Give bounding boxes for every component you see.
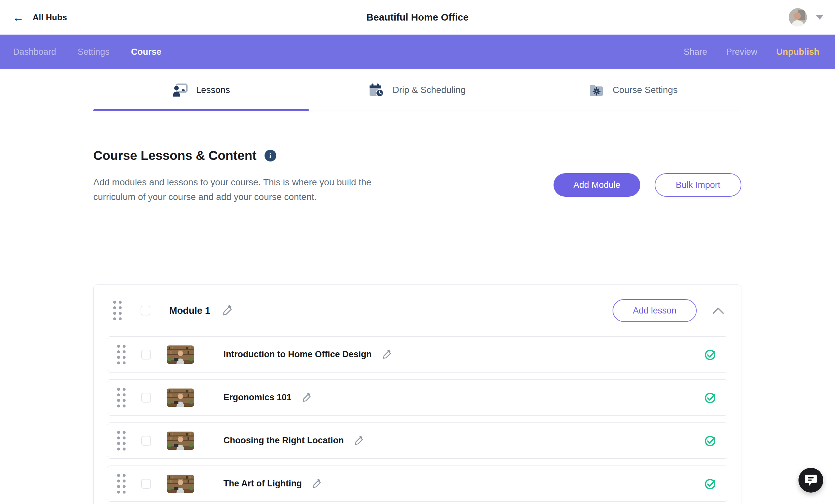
edit-lesson-icon[interactable]: [354, 436, 364, 446]
lesson-title: Ergonomics 101: [223, 392, 291, 403]
module-title: Module 1: [169, 305, 210, 316]
lesson-row[interactable]: The Art of Lighting: [107, 465, 728, 502]
lesson-title: Introduction to Home Office Design: [223, 349, 372, 360]
calendar-clock-icon: [369, 83, 384, 97]
lessons-section-header: Course Lessons & Content i Add modules a…: [93, 148, 741, 204]
lesson-row[interactable]: Introduction to Home Office Design: [107, 336, 728, 372]
collapse-module-icon[interactable]: [712, 307, 724, 315]
published-check-icon: [705, 392, 716, 404]
lesson-checkbox[interactable]: [141, 350, 151, 360]
unpublish-button[interactable]: Unpublish: [776, 47, 819, 57]
folder-gear-icon: [589, 83, 604, 97]
back-to-all-hubs[interactable]: ← All Hubs: [13, 0, 67, 35]
lesson-checkbox[interactable]: [141, 479, 151, 489]
module-header: Module 1 Add lesson: [94, 285, 741, 336]
avatar[interactable]: [789, 8, 807, 26]
edit-lesson-icon[interactable]: [312, 479, 322, 489]
published-check-icon: [705, 349, 716, 361]
preview-button[interactable]: Preview: [726, 47, 757, 57]
published-check-icon: [705, 435, 716, 447]
lesson-row[interactable]: Choosing the Right Location: [107, 422, 728, 459]
back-arrow-icon: ←: [13, 12, 24, 23]
nav-item-settings[interactable]: Settings: [78, 47, 109, 57]
lesson-title: Choosing the Right Location: [223, 436, 344, 446]
section-divider: [0, 260, 835, 260]
lesson-checkbox[interactable]: [141, 393, 151, 403]
chevron-down-icon[interactable]: [816, 15, 823, 20]
edit-lesson-icon[interactable]: [382, 350, 392, 360]
section-description: Add modules and lessons to your course. …: [93, 175, 406, 204]
lesson-title: The Art of Lighting: [223, 479, 302, 489]
info-icon[interactable]: i: [265, 150, 276, 161]
module-card: Module 1 Add lesson: [93, 284, 741, 504]
module-checkbox[interactable]: [141, 306, 150, 316]
drag-handle-icon[interactable]: [113, 301, 122, 320]
lesson-list: Introduction to Home Office Design: [107, 336, 728, 504]
tab-course-settings[interactable]: Course Settings: [526, 69, 741, 110]
chat-widget-button[interactable]: [798, 468, 823, 492]
section-heading: Course Lessons & Content: [93, 148, 257, 163]
add-module-button[interactable]: Add Module: [553, 173, 640, 197]
drag-handle-icon[interactable]: [117, 474, 126, 493]
chat-bubble-icon: [805, 474, 817, 486]
lesson-row[interactable]: Ergonomics 101: [107, 379, 728, 416]
add-lesson-button[interactable]: Add lesson: [613, 299, 697, 322]
course-navbar: Dashboard Settings Course Share Preview …: [0, 35, 835, 69]
published-check-icon: [705, 478, 716, 490]
tab-drip-scheduling[interactable]: Drip & Scheduling: [309, 69, 525, 110]
course-tabs: Lessons Drip & Scheduling Course Setting…: [93, 69, 741, 111]
lesson-thumbnail: [167, 388, 194, 407]
nav-item-dashboard[interactable]: Dashboard: [13, 47, 56, 57]
drag-handle-icon[interactable]: [117, 388, 126, 407]
lesson-thumbnail: [167, 431, 194, 450]
nav-item-course[interactable]: Course: [131, 47, 161, 57]
tab-label: Drip & Scheduling: [392, 85, 465, 95]
tab-label: Course Settings: [613, 85, 677, 95]
teacher-icon: [172, 83, 187, 97]
lesson-thumbnail: [167, 475, 194, 493]
account-menu: [789, 0, 823, 35]
drag-handle-icon[interactable]: [117, 345, 126, 364]
tab-lessons[interactable]: Lessons: [93, 69, 309, 110]
edit-lesson-icon[interactable]: [302, 393, 312, 403]
navbar-left: Dashboard Settings Course: [13, 47, 161, 57]
bulk-import-button[interactable]: Bulk Import: [655, 173, 741, 197]
edit-module-icon[interactable]: [222, 305, 233, 316]
lesson-thumbnail: [167, 345, 194, 364]
page-title: Beautiful Home Office: [0, 0, 835, 35]
top-bar: ← All Hubs Beautiful Home Office: [0, 0, 835, 35]
share-button[interactable]: Share: [684, 47, 707, 57]
back-label: All Hubs: [33, 13, 67, 22]
drag-handle-icon[interactable]: [117, 431, 126, 450]
tab-label: Lessons: [196, 85, 230, 95]
navbar-right: Share Preview Unpublish: [684, 47, 819, 57]
lesson-checkbox[interactable]: [141, 436, 151, 446]
